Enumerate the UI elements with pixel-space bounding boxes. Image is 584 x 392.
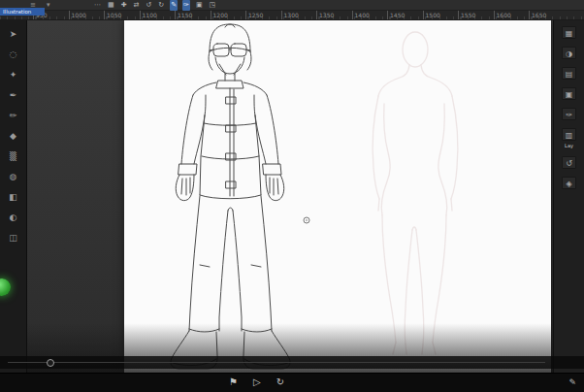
timeline-knob[interactable] — [47, 359, 54, 367]
reference-figure — [373, 32, 458, 354]
brush-panel[interactable]: ✑ — [562, 108, 576, 120]
color-panel[interactable]: ◑ — [562, 47, 576, 59]
pencil-tool[interactable]: ✏ — [7, 110, 20, 121]
zoom-icon[interactable]: ◳ — [209, 0, 217, 11]
transform-icon[interactable]: ✚ — [120, 0, 128, 11]
layers-panel-label: Lay — [565, 143, 573, 148]
top-toolbar-icon-group: ⋯▦✚⇄↺↻✎✑▣◳ — [93, 0, 216, 11]
ruler-tick: 1400 — [352, 11, 370, 19]
flip-icon[interactable]: ⇄ — [133, 0, 141, 11]
bottom-right-icon-group: ✎ — [568, 377, 576, 387]
ruler-tick: 1250 — [245, 11, 263, 19]
ruler-tick: 1600 — [494, 11, 511, 19]
character-drawing — [171, 24, 290, 369]
history-panel[interactable]: ↺ — [562, 156, 576, 169]
top-toolbar: ≡▾ ⋯▦✚⇄↺↻✎✑▣◳ — [0, 0, 584, 11]
pen-tool[interactable]: ✒ — [7, 89, 20, 101]
loop-icon[interactable]: ↻ — [276, 376, 284, 387]
ruler-tick: 1450 — [387, 11, 405, 19]
tool-property-panel[interactable]: ▣ — [562, 87, 576, 100]
move-tool[interactable]: ➤ — [7, 28, 20, 40]
brush-icon[interactable]: ✑ — [182, 0, 190, 11]
ruler-tick: 1550 — [458, 11, 475, 19]
lasso-tool[interactable]: ◌ — [7, 49, 20, 60]
ruler-tick: 1050 — [104, 11, 121, 19]
pen-icon[interactable]: ✎ — [170, 0, 178, 11]
document-tab-label: Illustration — [3, 9, 31, 15]
horizontal-ruler: 9501000105011001150120012501300135014001… — [0, 11, 584, 20]
drawing-app-window: ≡▾ ⋯▦✚⇄↺↻✎✑▣◳ Illustration 9501000105011… — [0, 0, 584, 392]
overflow-icon[interactable]: ⋯ — [93, 0, 102, 11]
canvas-pasteboard[interactable] — [27, 20, 553, 373]
timeline-track[interactable] — [8, 362, 545, 363]
fill-tool[interactable]: ◍ — [7, 171, 20, 182]
canvas-cursor — [304, 217, 309, 223]
tool-sidebar: ➤◌✦✒✏◆▒◍◧◐◫ — [0, 20, 27, 373]
airbrush-tool[interactable]: ▒ — [7, 150, 20, 162]
play-icon[interactable]: ▷ — [253, 376, 261, 387]
wand-tool[interactable]: ✦ — [7, 69, 20, 81]
marker-icon[interactable]: ⚑ — [229, 376, 238, 387]
material-panel[interactable]: ◈ — [562, 177, 576, 189]
panel-sidebar: ▦◑▤▣✑▥Lay↺◈ — [553, 20, 584, 373]
swatch-panel[interactable]: ▤ — [562, 67, 576, 80]
ruler-tick: 1150 — [175, 11, 192, 19]
canvas-artwork — [124, 20, 551, 373]
edit-pencil-icon[interactable]: ✎ — [568, 377, 576, 387]
eyedropper-tool[interactable]: ◐ — [7, 212, 20, 223]
timeline-bar[interactable] — [0, 356, 584, 369]
select-icon[interactable]: ▣ — [195, 0, 204, 11]
brush-tool[interactable]: ◆ — [7, 130, 20, 142]
workspace-icon[interactable]: ▾ — [46, 0, 51, 11]
ruler-tick: 1350 — [316, 11, 334, 19]
gradient-tool[interactable]: ◧ — [7, 191, 20, 203]
ruler-tick: 1100 — [140, 11, 157, 19]
ruler-tick: 1650 — [529, 11, 546, 19]
document-canvas[interactable] — [124, 20, 551, 373]
ruler-tick: 1200 — [211, 11, 228, 19]
transport-controls: ⚑▷↻ — [229, 376, 284, 387]
eraser-tool[interactable]: ◫ — [7, 232, 20, 244]
redo-icon[interactable]: ↻ — [157, 0, 165, 11]
navigator-panel[interactable]: ▦ — [562, 26, 576, 39]
ruler-tick: 1000 — [69, 11, 86, 19]
layers-panel[interactable]: ▥ — [562, 128, 576, 141]
grid-icon[interactable]: ▦ — [107, 0, 115, 11]
ruler-tick: 1500 — [423, 11, 440, 19]
ruler-tick: 1300 — [281, 11, 299, 19]
bottom-bar: ⚑▷↻ ✎ — [0, 373, 584, 392]
undo-icon[interactable]: ↺ — [145, 0, 152, 11]
document-tab[interactable]: Illustration — [0, 8, 45, 16]
